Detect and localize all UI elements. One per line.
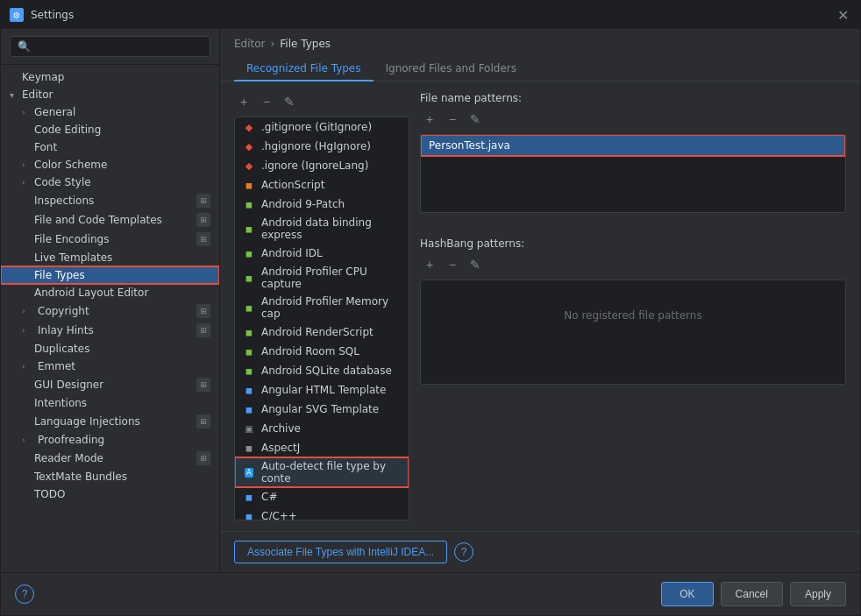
- arrow-icon: ›: [22, 178, 34, 187]
- add-file-type-button[interactable]: +: [234, 92, 253, 111]
- sidebar-item-inspections[interactable]: Inspections ⊞: [1, 191, 219, 210]
- dialog-title: Settings: [31, 9, 74, 21]
- remove-pattern-button[interactable]: −: [443, 110, 462, 129]
- sidebar-item-duplicates[interactable]: Duplicates: [1, 340, 219, 358]
- sidebar-item-emmet[interactable]: › Emmet: [1, 358, 219, 375]
- sidebar-item-color-scheme[interactable]: › Color Scheme: [1, 156, 219, 173]
- sidebar-item-textmate-bundles[interactable]: TextMate Bundles: [1, 468, 219, 485]
- cpp-icon: ◼: [242, 509, 256, 520]
- list-item[interactable]: ◼ Android Profiler Memory cap: [235, 293, 409, 322]
- sidebar-item-copyright[interactable]: › Copyright ⊞: [1, 301, 219, 321]
- sidebar-item-language-injections[interactable]: Language Injections ⊞: [1, 412, 219, 431]
- list-item[interactable]: ◼ Angular SVG Template: [235, 400, 409, 419]
- dialog-footer: ? OK Cancel Apply: [1, 572, 860, 615]
- android-icon: ◼: [242, 301, 256, 315]
- list-item[interactable]: ▣ Archive: [235, 419, 409, 438]
- list-item[interactable]: ◆ .gitignore (GitIgnore): [235, 117, 409, 137]
- ok-button[interactable]: OK: [661, 582, 713, 606]
- cancel-button[interactable]: Cancel: [721, 582, 783, 606]
- list-item[interactable]: ◆ .ignore (IgnoreLang): [235, 156, 409, 175]
- breadcrumb-separator: ›: [271, 38, 275, 50]
- file-type-list: ◆ .gitignore (GitIgnore) ◆ .hgignore (Hg…: [234, 117, 409, 520]
- nav-tree: Keymap ▾ Editor › General Code Editing: [1, 65, 219, 572]
- csharp-icon: ◼: [242, 490, 256, 504]
- android-icon: ◼: [242, 344, 256, 358]
- sidebar-item-general[interactable]: › General: [1, 103, 219, 121]
- list-item[interactable]: ◼ C/C++: [235, 506, 409, 520]
- file-types-toolbar: + − ✎: [234, 92, 409, 111]
- remove-file-type-button[interactable]: −: [257, 92, 276, 111]
- list-item[interactable]: ◆ .hgignore (HgIgnore): [235, 137, 409, 156]
- list-item[interactable]: ◼ Android 9-Patch: [235, 195, 409, 214]
- list-item[interactable]: ◼ Android SQLite database: [235, 361, 409, 380]
- hashbang-patterns-section: HashBang patterns: + − ✎ No registered f…: [420, 237, 846, 385]
- file-name-patterns-section: File name patterns: + − ✎ PersonTest.jav…: [420, 92, 846, 213]
- sidebar-item-gui-designer[interactable]: GUI Designer ⊞: [1, 375, 219, 394]
- list-item[interactable]: ◼ Angular HTML Template: [235, 380, 409, 400]
- arrow-icon: ›: [22, 160, 34, 169]
- list-item[interactable]: ◼ Android data binding express: [235, 214, 409, 244]
- sidebar-item-android-layout-editor[interactable]: Android Layout Editor: [1, 284, 219, 301]
- sidebar-item-keymap[interactable]: Keymap: [1, 68, 219, 86]
- list-item[interactable]: ◼ Android RenderScript: [235, 322, 409, 342]
- sidebar-item-file-code-templates[interactable]: File and Code Templates ⊞: [1, 210, 219, 230]
- remove-hashbang-button[interactable]: −: [443, 255, 462, 274]
- file-name-patterns-title: File name patterns:: [420, 92, 846, 104]
- badge-icon: ⊞: [196, 304, 210, 318]
- sidebar-item-font[interactable]: Font: [1, 138, 219, 156]
- search-input[interactable]: [10, 36, 210, 57]
- sidebar-item-intentions[interactable]: Intentions: [1, 394, 219, 412]
- no-patterns-text: No registered file patterns: [421, 280, 845, 350]
- angular-icon: ◼: [242, 402, 256, 416]
- android-icon: ◼: [242, 271, 256, 285]
- tab-ignored[interactable]: Ignored Files and Folders: [374, 57, 529, 81]
- sidebar-item-todo[interactable]: TODO: [1, 485, 219, 503]
- tab-recognized[interactable]: Recognized File Types: [234, 57, 374, 81]
- badge-icon: ⊞: [196, 378, 210, 392]
- file-types-panel: + − ✎ ◆ .gitignore (GitIgnore) ◆ .hgigno…: [234, 92, 409, 520]
- apply-button[interactable]: Apply: [790, 582, 846, 606]
- sidebar-item-reader-mode[interactable]: Reader Mode ⊞: [1, 449, 219, 468]
- list-item[interactable]: ◼ C#: [235, 487, 409, 506]
- edit-file-type-button[interactable]: ✎: [280, 92, 299, 111]
- associate-button[interactable]: Associate File Types with IntelliJ IDEA.…: [234, 541, 447, 563]
- arrow-icon: ›: [22, 362, 34, 371]
- sidebar-item-code-editing[interactable]: Code Editing: [1, 121, 219, 138]
- help-icon-button[interactable]: ?: [454, 542, 473, 562]
- angular-icon: ◼: [242, 383, 256, 397]
- arrow-icon: ›: [22, 326, 34, 335]
- list-item[interactable]: ◼ Android Profiler CPU capture: [235, 263, 409, 293]
- list-item-auto-detect[interactable]: A Auto-detect file type by conte: [235, 457, 409, 487]
- git-icon: ◆: [242, 139, 256, 153]
- sidebar-item-code-style[interactable]: › Code Style: [1, 173, 219, 191]
- patterns-panel: File name patterns: + − ✎ PersonTest.jav…: [420, 92, 846, 520]
- sidebar-item-editor[interactable]: ▾ Editor: [1, 86, 219, 103]
- list-item[interactable]: ◼ AspectJ: [235, 438, 409, 457]
- list-item[interactable]: PersonTest.java: [421, 135, 845, 156]
- sidebar-item-proofreading[interactable]: › Proofreading: [1, 431, 219, 449]
- title-bar: ⚙ Settings ✕: [1, 1, 860, 29]
- list-item[interactable]: ◼ ActionScript: [235, 175, 409, 195]
- bottom-toolbar: Associate File Types with IntelliJ IDEA.…: [220, 531, 860, 572]
- footer-help-button[interactable]: ?: [15, 584, 34, 604]
- badge-icon: ⊞: [196, 232, 210, 246]
- add-hashbang-button[interactable]: +: [420, 255, 439, 274]
- arrow-icon: ›: [22, 108, 34, 117]
- list-item[interactable]: ◼ Android Room SQL: [235, 342, 409, 361]
- sidebar-item-inlay-hints[interactable]: › Inlay Hints ⊞: [1, 321, 219, 340]
- arrow-icon: ▾: [10, 90, 22, 100]
- list-item[interactable]: ◼ Android IDL: [235, 244, 409, 263]
- android-icon: ◼: [242, 364, 256, 378]
- sidebar: Keymap ▾ Editor › General Code Editing: [1, 29, 220, 572]
- edit-pattern-button[interactable]: ✎: [466, 110, 485, 129]
- sidebar-item-file-types[interactable]: File Types: [1, 266, 219, 284]
- sidebar-item-live-templates[interactable]: Live Templates: [1, 249, 219, 266]
- hashbang-patterns-title: HashBang patterns:: [420, 237, 846, 250]
- arrow-icon: ›: [22, 307, 34, 315]
- git-icon: ◆: [242, 159, 256, 173]
- edit-hashbang-button[interactable]: ✎: [466, 255, 485, 274]
- sidebar-item-file-encodings[interactable]: File Encodings ⊞: [1, 230, 219, 249]
- close-button[interactable]: ✕: [834, 6, 851, 24]
- add-pattern-button[interactable]: +: [420, 110, 439, 129]
- badge-icon: ⊞: [196, 213, 210, 227]
